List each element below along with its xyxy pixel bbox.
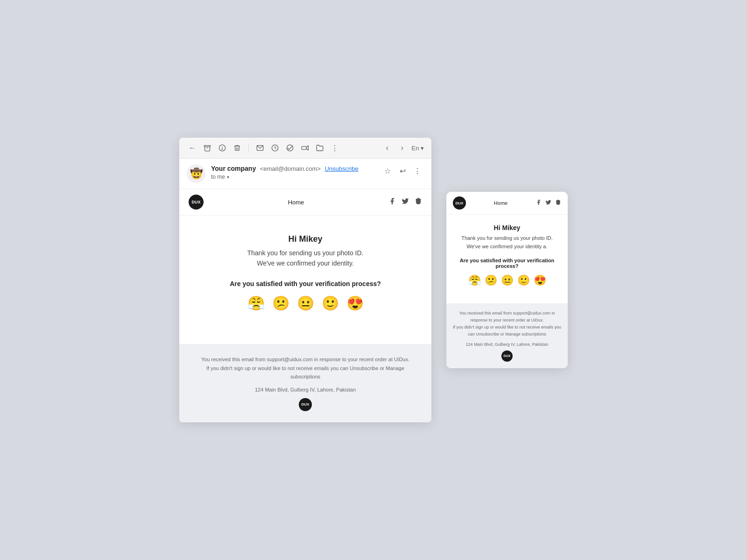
emoji-love[interactable]: 😍: [346, 295, 364, 311]
svg-point-4: [222, 149, 222, 149]
mobile-emoji-angry[interactable]: 😤: [468, 274, 481, 287]
mobile-emoji-love[interactable]: 😍: [534, 274, 546, 287]
emoji-neutral[interactable]: 😐: [297, 295, 314, 311]
alert-icon[interactable]: [217, 142, 228, 154]
video-icon[interactable]: [299, 142, 310, 154]
satisfaction-question: Are you satisfied with your verification…: [207, 280, 403, 287]
email-body-text: Thank you for sending us your photo ID. …: [207, 248, 403, 269]
mobile-body-text: Thank you for sending us your photo ID. …: [454, 234, 560, 251]
sender-name: Your company: [211, 165, 256, 172]
mobile-twitter-icon[interactable]: [545, 199, 551, 207]
sender-email: <email@domain.com>: [260, 165, 321, 172]
mobile-emoji-neutral[interactable]: 😐: [501, 274, 514, 287]
more-vertical-icon[interactable]: ⋮: [329, 142, 340, 154]
sender-info: Your company <email@domain.com> Unsubscr…: [211, 164, 381, 180]
brand-logo: DUX: [189, 195, 204, 210]
delete-icon[interactable]: [232, 142, 243, 154]
check-icon[interactable]: [284, 142, 296, 154]
archive-icon[interactable]: [202, 142, 213, 154]
mobile-footer-text: You received this email from support@uid…: [453, 310, 561, 338]
email-footer: You received this email from support@uid…: [179, 344, 431, 422]
mobile-main-content: Hi Mikey Thank you for sending us your p…: [446, 215, 568, 303]
mobile-apple-icon[interactable]: [555, 199, 561, 207]
email-nav-bar: DUX Home: [179, 189, 431, 216]
emoji-happy[interactable]: 🙂: [322, 295, 339, 311]
sender-name-row: Your company <email@domain.com> Unsubscr…: [211, 164, 381, 173]
nav-links: Home: [288, 199, 304, 206]
mobile-footer-logo: DUX: [453, 350, 561, 362]
mobile-greeting: Hi Mikey: [454, 224, 560, 231]
mobile-social-links: [536, 199, 561, 207]
reply-icon[interactable]: ↩: [396, 164, 409, 177]
back-icon[interactable]: ←: [187, 142, 198, 154]
mobile-footer: You received this email from support@uid…: [446, 303, 568, 368]
svg-marker-9: [306, 146, 308, 150]
email-toolbar: ← ⋮ ‹ › En ▾: [179, 138, 431, 159]
toolbar-divider: [248, 143, 249, 153]
nav-home-link[interactable]: Home: [288, 199, 304, 206]
mobile-footer-brand-logo: DUX: [501, 350, 513, 362]
mobile-emoji-rating-row: 😤 😕 😐 🙂 😍: [454, 274, 560, 287]
sender-to[interactable]: to me ▾: [211, 174, 381, 180]
email-main-content: Hi Mikey Thank you for sending us your p…: [179, 216, 431, 344]
emoji-rating-row: 😤 😕 😐 🙂 😍: [207, 295, 403, 311]
mobile-satisfaction-question: Are you satisfied with your verification…: [454, 258, 560, 269]
mobile-preview-panel: DUX Home Hi Mikey Thank you for sending …: [446, 192, 568, 368]
clock-icon[interactable]: [269, 142, 281, 154]
unsubscribe-link[interactable]: Unsubscribe: [324, 165, 358, 172]
nav-social-links: [388, 197, 422, 207]
mobile-nav-home[interactable]: Home: [494, 200, 507, 206]
footer-address: 124 Main Blvd, Gulberg IV, Lahore, Pakis…: [198, 387, 413, 392]
mobile-facebook-icon[interactable]: [536, 199, 542, 207]
email-body: DUX Home Hi Mikey Thank you for s: [179, 189, 431, 422]
star-icon[interactable]: ☆: [381, 164, 394, 177]
mobile-emoji-sad[interactable]: 😕: [485, 274, 497, 287]
footer-text: You received this email from support@uid…: [198, 355, 413, 381]
nav-next-icon[interactable]: ›: [396, 142, 408, 154]
mobile-footer-address: 124 Main Blvd, Gulberg IV, Lahore, Pakis…: [453, 342, 561, 347]
svg-rect-0: [204, 146, 210, 147]
header-actions: ☆ ↩ ⋮: [381, 164, 424, 177]
facebook-icon[interactable]: [388, 197, 396, 207]
mobile-brand-logo: DUX: [453, 196, 466, 210]
mail-icon[interactable]: [254, 142, 266, 154]
twitter-icon[interactable]: [402, 197, 409, 207]
emoji-sad[interactable]: 😕: [272, 295, 289, 311]
footer-logo: DUX: [198, 398, 413, 411]
to-chevron-icon: ▾: [227, 175, 229, 180]
email-client-panel: ← ⋮ ‹ › En ▾: [179, 138, 431, 422]
more-options-icon[interactable]: ⋮: [411, 164, 424, 177]
mobile-nav-links: Home: [494, 200, 507, 206]
svg-rect-8: [302, 147, 306, 150]
apple-icon[interactable]: [415, 197, 422, 207]
nav-prev-icon[interactable]: ‹: [381, 142, 393, 154]
emoji-angry[interactable]: 😤: [247, 295, 265, 311]
mobile-nav-bar: DUX Home: [446, 192, 568, 215]
email-header: 🤠 Your company <email@domain.com> Unsubs…: [179, 159, 431, 189]
email-greeting: Hi Mikey: [207, 234, 403, 244]
mobile-emoji-happy[interactable]: 🙂: [517, 274, 530, 287]
sender-avatar: 🤠: [187, 164, 205, 183]
footer-brand-logo: DUX: [299, 398, 312, 411]
language-selector[interactable]: En ▾: [411, 145, 424, 152]
folder-icon[interactable]: [314, 142, 325, 154]
